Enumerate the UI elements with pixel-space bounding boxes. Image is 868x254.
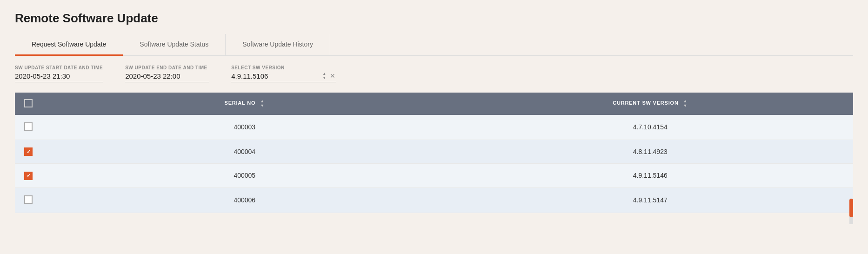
row-serial: 400005: [42, 164, 447, 188]
header-checkbox[interactable]: [24, 99, 33, 107]
row-checkbox[interactable]: [24, 147, 33, 156]
end-date-label: SW UPDATE END DATE AND TIME: [125, 65, 209, 70]
row-checkbox-cell: [15, 140, 42, 164]
row-version: 4.9.11.5147: [447, 187, 854, 213]
header-serial[interactable]: SERIAL NO ▲ ▼: [42, 93, 447, 115]
version-clear-button[interactable]: ✕: [329, 72, 336, 80]
start-date-label: SW UPDATE START DATE AND TIME: [15, 65, 103, 70]
version-label: SELECT SW VERSION: [231, 65, 336, 70]
row-serial: 400003: [42, 115, 447, 140]
version-wrapper: ▲ ▼ ✕: [231, 72, 336, 82]
table-row: 4000054.9.11.5146: [15, 164, 853, 188]
end-date-group: SW UPDATE END DATE AND TIME 2020-05-23 2…: [125, 65, 209, 82]
scrollbar-track[interactable]: [849, 199, 853, 224]
page-container: Remote Software Update Request Software …: [0, 0, 868, 224]
table-row: 4000064.9.11.5147: [15, 187, 853, 213]
tabs-bar: Request Software Update Software Update …: [15, 34, 853, 56]
table-row: 4000034.7.10.4154: [15, 115, 853, 140]
row-checkbox-cell: [15, 187, 42, 213]
data-table: SERIAL NO ▲ ▼ CURRENT SW VERSION ▲ ▼: [15, 93, 853, 213]
header-version[interactable]: CURRENT SW VERSION ▲ ▼: [447, 93, 854, 115]
tab-status[interactable]: Software Update Status: [123, 34, 226, 56]
row-serial: 400006: [42, 187, 447, 213]
serial-sort-icon[interactable]: ▲ ▼: [260, 99, 265, 108]
start-date-group: SW UPDATE START DATE AND TIME 2020-05-23…: [15, 65, 103, 82]
row-checkbox-cell: [15, 164, 42, 188]
row-version: 4.7.10.4154: [447, 115, 854, 140]
row-version: 4.9.11.5146: [447, 164, 854, 188]
table-outer: SERIAL NO ▲ ▼ CURRENT SW VERSION ▲ ▼: [15, 93, 853, 213]
tab-history[interactable]: Software Update History: [226, 34, 330, 56]
version-spinner[interactable]: ▲ ▼: [322, 72, 326, 80]
row-checkbox[interactable]: [24, 172, 33, 180]
page-title: Remote Software Update: [15, 11, 853, 26]
tab-request[interactable]: Request Software Update: [15, 34, 123, 56]
version-group: SELECT SW VERSION ▲ ▼ ✕: [231, 65, 336, 82]
row-version: 4.8.11.4923: [447, 140, 854, 164]
header-checkbox-cell: [15, 93, 42, 115]
filters-row: SW UPDATE START DATE AND TIME 2020-05-23…: [15, 56, 853, 91]
version-sort-icon[interactable]: ▲ ▼: [683, 99, 688, 108]
scrollbar-thumb[interactable]: [849, 199, 853, 217]
row-checkbox-cell: [15, 115, 42, 140]
row-serial: 400004: [42, 140, 447, 164]
version-input[interactable]: [231, 72, 320, 80]
end-date-value[interactable]: 2020-05-23 22:00: [125, 72, 209, 82]
table-row: 4000044.8.11.4923: [15, 140, 853, 164]
start-date-value[interactable]: 2020-05-23 21:30: [15, 72, 103, 82]
table-header: SERIAL NO ▲ ▼ CURRENT SW VERSION ▲ ▼: [15, 93, 853, 115]
row-checkbox[interactable]: [24, 195, 33, 204]
table-body: 4000034.7.10.41544000044.8.11.4923400005…: [15, 115, 853, 213]
row-checkbox[interactable]: [24, 122, 33, 131]
